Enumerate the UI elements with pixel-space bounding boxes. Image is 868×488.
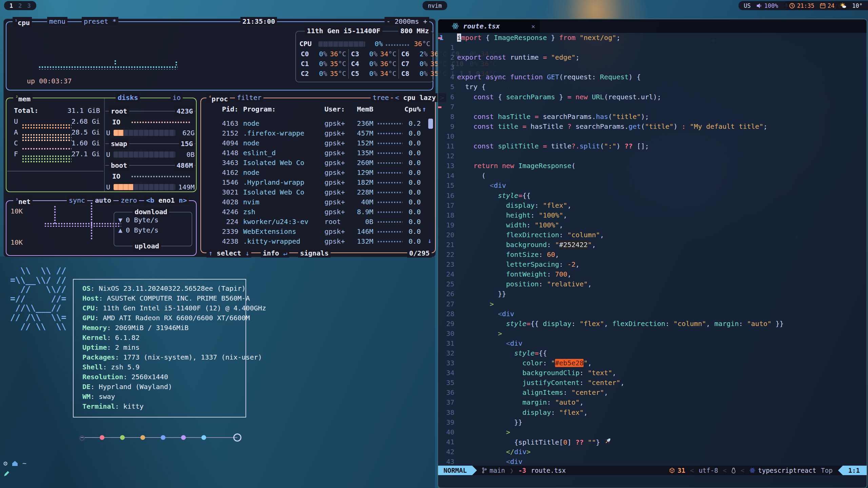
code-line: 15 <div [438, 181, 867, 190]
disk-io-row: IO [104, 117, 196, 127]
cpu-total-pct: 0% [369, 39, 383, 49]
workspace-pill: 123 [4, 1, 36, 10]
process-row[interactable]: 4246zshgpsk+8.9M0.0 [201, 207, 435, 217]
code-line: 36 alignItems: "center", [438, 388, 867, 398]
line-number: 36 [441, 388, 454, 398]
tab-route-tsx[interactable]: route.tsx ✕ [438, 19, 540, 33]
window-title-pill: nvim [422, 1, 447, 10]
cpu-panel-title[interactable]: ¹cpu [13, 17, 32, 27]
line-number: 14 [441, 171, 454, 181]
net-panel-title[interactable]: ³net [13, 196, 33, 206]
process-scrollbar[interactable] [428, 119, 433, 129]
line-number: 30 [441, 329, 454, 339]
process-row[interactable]: 4148eslint_dgpsk+135M0.0 [201, 148, 435, 158]
react-icon [452, 22, 459, 30]
line-number: 3 [441, 62, 454, 72]
system-info-box: OS: NixOS 23.11.20240322.56528ee (Tapir)… [73, 279, 246, 418]
weather-pill[interactable]: 10° [834, 1, 868, 10]
palette-dot [201, 435, 206, 440]
process-row[interactable]: 1546.Hyprland-wrappgpsk+182M0.0 [201, 178, 435, 187]
line-number: 29 [441, 319, 454, 329]
net-zero-toggle[interactable]: zero [119, 196, 139, 205]
disk-io-row: IO [104, 171, 196, 182]
proc-panel-title[interactable]: ⁴proc [206, 93, 230, 103]
core-cell-C4: C40%36°C [348, 59, 398, 69]
cpu-temp-graph [386, 44, 409, 47]
cpu-total-row: CPU 0% 36°C [299, 39, 430, 49]
code-line: 33 color: "#eb5e28", [438, 358, 867, 368]
code-area[interactable]: 1import { ImageResponse } from "next/og"… [438, 33, 867, 466]
process-row[interactable]: 3463Isolated Web Cogpsk+260M0.0 [201, 158, 435, 168]
cursor-location: 1:1 [838, 466, 867, 475]
filter-button[interactable]: filter [235, 93, 263, 102]
cursor-line-number: 1 [439, 33, 454, 43]
col-memb[interactable]: MemB [337, 104, 373, 114]
code-line: 8 const hasTitle = searchParams.has("tit… [438, 112, 867, 122]
code-line: 23 letterSpacing: -2, [438, 260, 867, 269]
net-interface-selector[interactable]: <b eno1 n> [144, 196, 189, 205]
line-number: 23 [441, 260, 454, 269]
disk-swap: swap15G [104, 138, 196, 149]
tree-toggle[interactable]: tree [371, 93, 391, 102]
palette-dot [100, 435, 104, 440]
git-diff-count: -3 [518, 467, 526, 474]
mem-panel-title[interactable]: ²mem [13, 93, 33, 103]
code-line: 29 style={{ display: "flex", flexDirecti… [438, 319, 867, 329]
code-line: 6 const { searchParams } = new URL(reque… [438, 92, 867, 102]
line-number: 41 [441, 437, 454, 447]
preset-button[interactable]: preset * [82, 17, 118, 26]
scroll-down-icon[interactable]: ↓ [428, 237, 432, 245]
close-icon[interactable]: ✕ [531, 23, 535, 30]
process-row[interactable]: 4028nvimgpsk+40M0.0 [201, 197, 435, 207]
mode-indicator: NORMAL [438, 466, 477, 475]
net-sync-toggle[interactable]: sync [67, 196, 87, 205]
mem-used-graph [22, 124, 72, 129]
home-icon [12, 460, 18, 466]
core-grid: C00%36°CC30%34°CC62%36°CC90%34°CC10%35°C… [299, 49, 431, 79]
info-row-os: OS: NixOS 23.11.20240322.56528ee (Tapir) [82, 284, 266, 293]
code-line: 10 [438, 131, 867, 141]
code-line: 25 position: "relative", [438, 279, 867, 289]
process-row[interactable]: 2339WebExtensionsgpsk+146M0.0 [201, 227, 435, 237]
volume-module[interactable]: 100% [756, 2, 778, 9]
col-cpu[interactable]: Cpu% [391, 104, 421, 114]
process-row[interactable]: 4238.kitty-wrappedgpsk+132M0.0 [201, 237, 435, 246]
diagnostics[interactable]: 31 [669, 467, 685, 474]
prompt-pen[interactable] [3, 471, 9, 478]
code-line: 1 [438, 43, 867, 53]
process-row[interactable]: 4163nodegpsk+236M0.2 [201, 119, 435, 128]
core-cell-C3: C30%34°C [348, 49, 398, 59]
react-icon-small [749, 467, 755, 473]
os-indicator [731, 468, 736, 473]
line-number: 32 [441, 348, 454, 358]
workspace-button-3[interactable]: 3 [27, 2, 31, 9]
process-row[interactable]: 224kworker/u24:3-evroot0B0.0 [201, 217, 435, 227]
cpu-model: 11th Gen i5-11400F [305, 26, 382, 35]
git-branch[interactable]: main [482, 467, 505, 474]
col-program[interactable]: Program: [243, 104, 276, 114]
info-row-shell: Shell: zsh 5.9 [82, 362, 266, 372]
disk-boot: boot486M [104, 160, 196, 171]
code-line: 42 </div> [438, 447, 867, 457]
col-pid[interactable]: Pid: [201, 104, 238, 114]
line-number: 33 [441, 358, 454, 368]
process-row[interactable]: 2152.firefox-wrappegpsk+457M0.0 [201, 128, 435, 138]
tabline: route.tsx ✕ [438, 19, 867, 33]
process-row[interactable]: 4094nodegpsk+152M0.0 [201, 138, 435, 148]
clock-module[interactable]: 21:35 [789, 2, 814, 9]
keyboard-layout[interactable]: US [744, 2, 751, 9]
update-interval-control[interactable]: - 2000ms + [384, 17, 429, 26]
info-row-uptime: Uptime: 2 mins [82, 343, 266, 352]
workspace-button-1[interactable]: 1 [9, 2, 13, 9]
code-line: 21 background: "#252422", [438, 240, 867, 250]
process-row[interactable]: 4162nodegpsk+129M0.0 [201, 168, 435, 178]
menu-button[interactable]: menu [47, 17, 67, 26]
line-number: 26 [441, 289, 454, 299]
net-auto-toggle[interactable]: auto [93, 196, 113, 205]
volume-value: 100% [764, 2, 778, 9]
workspace-button-2[interactable]: 2 [18, 2, 22, 9]
disk-used-row: U0B [104, 149, 196, 160]
file-encoding: utf-8 [699, 467, 718, 474]
info-row-gpu: GPU: AMD ATI Radeon RX 6600/6600 XT/6600… [82, 313, 266, 323]
process-row[interactable]: 3021Isolated Web Cogpsk+228M0.0 [201, 187, 435, 197]
